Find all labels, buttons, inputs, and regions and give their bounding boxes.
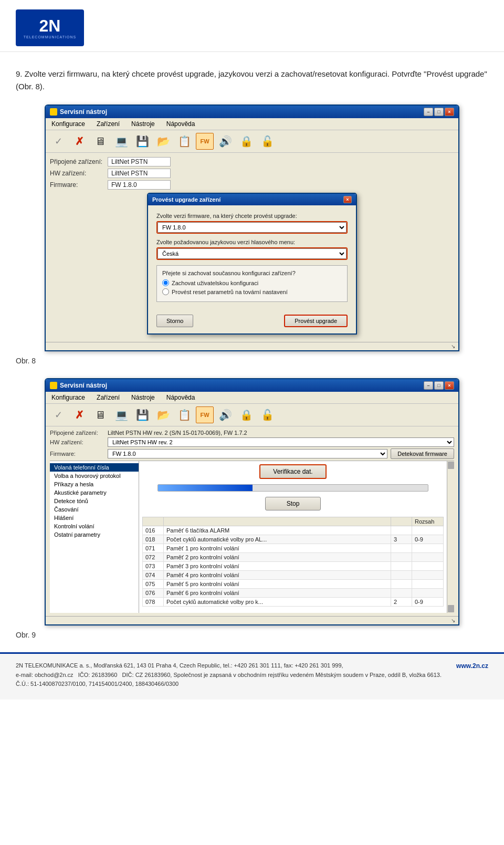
menu-napoveda[interactable]: Nápověda xyxy=(163,119,198,129)
dialog-close-button[interactable]: × xyxy=(343,196,352,203)
win2-hw-select[interactable]: LiltNet PSTN HW rev. 2 xyxy=(108,437,454,447)
win2-toolbar-fw-icon[interactable]: FW xyxy=(196,406,214,423)
footer-text: 2N TELEKOMUNIKACE a. s., Modřanská 621, … xyxy=(16,661,456,689)
win2-close[interactable]: × xyxy=(445,381,454,390)
col-range: Rozsah xyxy=(412,517,444,526)
win2-detect-button[interactable]: Detekovat firmware xyxy=(391,448,454,459)
toolbar-lock2-icon[interactable]: 🔓 xyxy=(258,132,277,150)
win2-maximize[interactable]: □ xyxy=(434,381,444,390)
win1-body: Připojené zařízení: LiltNet PSTN HW zaří… xyxy=(46,153,458,342)
toolbar-folder-icon[interactable]: 📂 xyxy=(154,132,173,150)
win1-title-label: Servisní nástroj xyxy=(60,108,107,116)
win2-fw-label: Firmware: xyxy=(50,451,108,457)
cell-code: 075 xyxy=(143,580,164,589)
win2-toolbar-lock2-icon[interactable]: 🔓 xyxy=(258,406,277,424)
win2-connected-value: LiltNet PSTN HW rev. 2 (S/N 15-0170-0069… xyxy=(108,430,454,436)
dialog-lang-select[interactable]: Česká xyxy=(158,248,346,259)
win1-status-text: ↘ xyxy=(451,343,455,349)
win2-content-area: Verifikace dat. Stop xyxy=(139,461,447,613)
toolbar-fw-icon[interactable]: FW xyxy=(196,133,214,150)
info-label-connected: Připojené zařízení: xyxy=(50,158,108,165)
toolbar-cancel-icon[interactable]: ✗ xyxy=(70,132,89,150)
sidebar-item-casovani[interactable]: Časování xyxy=(50,505,139,514)
sidebar-item-kontrolni[interactable]: Kontrolní volání xyxy=(50,522,139,530)
win2-toolbar-clipboard-icon[interactable]: 📋 xyxy=(175,406,194,424)
cell-desc: Paměť 4 pro kontrolní volání xyxy=(164,571,391,580)
win2-status-text: ↘ xyxy=(451,618,455,623)
sidebar-item-ostatni[interactable]: Ostatní parametry xyxy=(50,530,139,539)
win1-toolbar: ✓ ✗ 🖥 💻 💾 📂 📋 FW 🔊 🔒 🔓 xyxy=(46,130,458,153)
menu-nastroje[interactable]: Nástroje xyxy=(128,119,158,129)
win2-hw-select-wrap: LiltNet PSTN HW rev. 2 xyxy=(108,437,454,447)
dialog-fw-select-wrap: FW 1.8.0 xyxy=(156,221,348,234)
cell-value xyxy=(391,571,412,580)
cell-desc: Paměť 6 pro kontrolní volání xyxy=(164,589,391,598)
footer-tel: tel.: +420 261 301 111 xyxy=(223,662,281,669)
win2-fw-row: Firmware: FW 1.8.0 Detekovat firmware xyxy=(50,448,454,459)
cell-code: 073 xyxy=(143,562,164,571)
win2-hw-label: HW zařízení: xyxy=(50,439,108,445)
dialog-radio1-input[interactable] xyxy=(162,279,169,286)
toolbar-lock1-icon[interactable]: 🔒 xyxy=(237,132,256,150)
win2-toolbar-checkmark-icon[interactable]: ✓ xyxy=(49,406,68,424)
cell-desc: Paměť 2 pro kontrolní volání xyxy=(164,553,391,562)
dialog-config-label: Přejete si zachovat současnou konfigurac… xyxy=(162,270,342,276)
table-row: 075 Paměť 5 pro kontrolní volání xyxy=(143,580,444,589)
win2-toolbar-cancel-icon[interactable]: ✗ xyxy=(70,406,89,424)
dialog-body: Zvolte verzi firmware, na který chcete p… xyxy=(148,205,356,333)
win1-minimize[interactable]: – xyxy=(424,108,433,116)
win2-toolbar-speaker-icon[interactable]: 🔊 xyxy=(216,406,235,424)
toolbar-clipboard-icon[interactable]: 📋 xyxy=(175,132,194,150)
cell-desc: Počet cyklů automatické volby pro k... xyxy=(164,598,391,607)
sidebar-item-prikazy[interactable]: Příkazy a hesla xyxy=(50,480,139,488)
dialog-fw-select[interactable]: FW 1.8.0 xyxy=(158,222,346,233)
sidebar-item-volba[interactable]: Volba a hovorový protokol xyxy=(50,472,139,480)
toolbar-save-icon[interactable]: 💾 xyxy=(133,132,152,150)
dialog-radio2-label: Provést reset parametrů na tovární nasta… xyxy=(172,289,288,295)
win2-toolbar-monitor2-icon[interactable]: 💻 xyxy=(112,406,131,424)
win2-toolbar-monitor1-icon[interactable]: 🖥 xyxy=(91,406,110,424)
sidebar-item-volana[interactable]: Volaná telefonní čísla xyxy=(50,463,139,472)
data-table: Rozsah 016 Paměť 6 tlačítka ALARM 018 Po… xyxy=(142,517,444,607)
info-value-hw: LiltNet PSTN xyxy=(108,169,171,178)
verify-button[interactable]: Verifikace dat. xyxy=(259,464,326,479)
win2-menu-konfigurace[interactable]: Konfigurace xyxy=(48,393,88,402)
table-row: 016 Paměť 6 tlačítka ALARM xyxy=(143,526,444,535)
toolbar-checkmark-icon[interactable]: ✓ xyxy=(49,132,68,150)
col-desc xyxy=(164,517,391,526)
stop-button[interactable]: Stop xyxy=(265,497,321,510)
win2-menu-nastroje[interactable]: Nástroje xyxy=(128,393,158,402)
menu-konfigurace[interactable]: Konfigurace xyxy=(48,119,88,129)
win2-minimize[interactable]: – xyxy=(424,381,433,390)
win1-maximize[interactable]: □ xyxy=(434,108,444,116)
win2-toolbar-folder-icon[interactable]: 📂 xyxy=(154,406,173,424)
win2-body: Připojené zařízení: LiltNet PSTN HW rev.… xyxy=(46,426,458,616)
win2-menu-zarizeni[interactable]: Zařízení xyxy=(93,393,123,402)
sidebar-item-detekce[interactable]: Detekce tónů xyxy=(50,497,139,505)
dialog-confirm-button[interactable]: Provést upgrade xyxy=(284,315,348,327)
win2-toolbar-lock1-icon[interactable]: 🔒 xyxy=(237,406,256,424)
toolbar-monitor2-icon[interactable]: 💻 xyxy=(112,132,131,150)
dialog-title-text: Provést upgrade zařízení xyxy=(152,196,220,203)
win1-close[interactable]: × xyxy=(445,108,454,116)
toolbar-speaker-icon[interactable]: 🔊 xyxy=(216,132,235,150)
win2-fw-select[interactable]: FW 1.8.0 xyxy=(108,449,387,458)
win2-sidebar: Volaná telefonní čísla Volba a hovorový … xyxy=(50,461,139,613)
win2-menu-napoveda[interactable]: Nápověda xyxy=(163,393,198,402)
dialog-cancel-button[interactable]: Storno xyxy=(156,315,193,327)
win2-title-icon xyxy=(50,382,57,389)
footer-cu: Č.Ú.: 51-1400870237/0100, 714154001/2400… xyxy=(16,681,178,687)
menu-zarizeni[interactable]: Zařízení xyxy=(93,119,123,129)
sidebar-item-akustika[interactable]: Akustické parametry xyxy=(50,488,139,497)
toolbar-monitor1-icon[interactable]: 🖥 xyxy=(91,132,110,150)
win2-toolbar-save-icon[interactable]: 💾 xyxy=(133,406,152,424)
sidebar-item-hlaseni[interactable]: Hlášení xyxy=(50,514,139,522)
cell-range xyxy=(412,553,444,562)
cell-value: 3 xyxy=(391,535,412,544)
win1-title: Servisní nástroj xyxy=(50,108,107,116)
footer-logo-row: 2N TELEKOMUNIKACE a. s., Modřanská 621, … xyxy=(16,661,488,689)
cell-range xyxy=(412,571,444,580)
win2-scrollbar[interactable] xyxy=(447,461,454,613)
dialog-radio2-input[interactable] xyxy=(162,288,169,295)
info-value-connected: LiltNet PSTN xyxy=(108,157,171,166)
